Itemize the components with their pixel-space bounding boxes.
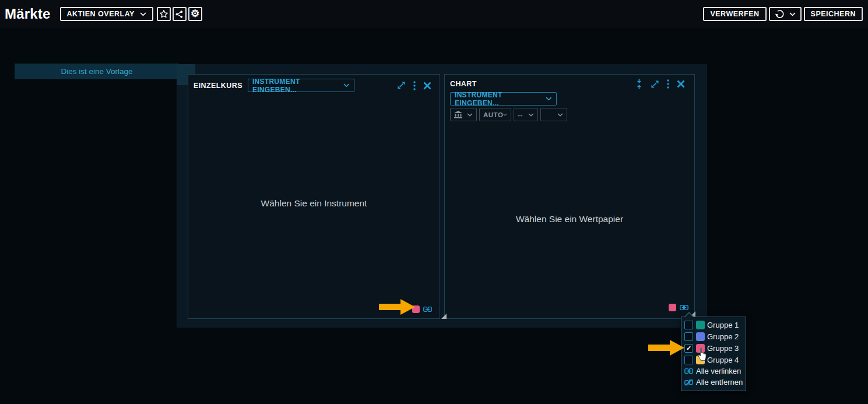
group-2-color-swatch bbox=[696, 332, 705, 341]
panel-menu-kebab-icon[interactable] bbox=[667, 79, 669, 89]
group-4-label: Gruppe 4 bbox=[707, 356, 739, 364]
group-4-color-swatch bbox=[696, 356, 705, 364]
group-2-label: Gruppe 2 bbox=[707, 332, 739, 341]
discard-button[interactable]: VERWERFEN bbox=[703, 7, 766, 21]
group-color-square bbox=[412, 305, 420, 313]
unlink-icon bbox=[684, 379, 693, 386]
group-row-1[interactable]: ✓ Gruppe 1 bbox=[681, 319, 746, 331]
einzelkurs-instrument-placeholder: INSTRUMENT EINGEBEN... bbox=[252, 78, 343, 94]
group-4-checkbox[interactable]: ✓ bbox=[684, 356, 693, 364]
einzelkurs-group-indicator[interactable] bbox=[412, 305, 432, 313]
group-3-checkbox[interactable]: ✓ bbox=[684, 344, 693, 353]
close-panel-icon[interactable] bbox=[677, 80, 685, 88]
expand-panel-icon[interactable] bbox=[651, 80, 659, 89]
group-color-square bbox=[669, 304, 676, 311]
save-button-label: SPEICHERN bbox=[811, 10, 856, 18]
close-panel-icon[interactable] bbox=[423, 82, 431, 90]
star-icon bbox=[159, 9, 168, 19]
chevron-down-icon bbox=[789, 12, 796, 16]
chart-instrument-placeholder: INSTRUMENT EINGEBEN... bbox=[455, 91, 546, 107]
template-tab[interactable]: Dies ist eine Vorlage bbox=[15, 64, 179, 79]
chart-panel-header: CHART bbox=[445, 75, 694, 91]
group-row-3[interactable]: ✓ Gruppe 3 bbox=[681, 342, 746, 354]
history-icon bbox=[775, 9, 785, 19]
chevron-down-icon bbox=[546, 97, 552, 101]
group-1-checkbox[interactable]: ✓ bbox=[684, 321, 693, 329]
chart-interval-select[interactable]: AUTO bbox=[479, 108, 511, 121]
group-link-popup: ✓ Gruppe 1 ✓ Gruppe 2 ✓ Gruppe 3 ✓ Grupp… bbox=[681, 317, 746, 391]
settings-button[interactable]: ⚙ bbox=[188, 7, 202, 21]
chevron-down-icon bbox=[343, 83, 350, 87]
group-row-2[interactable]: ✓ Gruppe 2 bbox=[681, 331, 746, 342]
panel-menu-kebab-icon[interactable] bbox=[413, 81, 416, 90]
unlink-all-action[interactable]: Alle entfernen bbox=[681, 377, 746, 388]
einzelkurs-panel: EINZELKURS INSTRUMENT EINGEBEN... Wählen… bbox=[188, 74, 440, 319]
share-icon bbox=[175, 10, 184, 19]
share-button[interactable] bbox=[173, 7, 187, 21]
collapse-panel-icon[interactable] bbox=[635, 79, 643, 89]
chart-style-select[interactable] bbox=[540, 108, 567, 121]
gear-icon: ⚙ bbox=[191, 9, 200, 19]
discard-button-label: VERWERFEN bbox=[710, 10, 759, 18]
link-group-icon[interactable] bbox=[680, 304, 688, 311]
chart-field-value: -- bbox=[518, 111, 523, 118]
link-all-action[interactable]: Alle verlinken bbox=[681, 366, 746, 377]
einzelkurs-panel-header: EINZELKURS INSTRUMENT EINGEBEN... bbox=[188, 75, 440, 94]
chevron-down-icon bbox=[467, 113, 473, 117]
chart-field-select[interactable]: -- bbox=[514, 108, 538, 121]
chart-panel-title: CHART bbox=[450, 80, 477, 88]
page-title: Märkte bbox=[5, 6, 51, 22]
layout-overlay-dropdown[interactable]: AKTIEN OVERLAY bbox=[60, 7, 153, 21]
template-tab-label: Dies ist eine Vorlage bbox=[61, 67, 132, 76]
group-2-checkbox[interactable]: ✓ bbox=[684, 332, 693, 341]
layout-overlay-label: AKTIEN OVERLAY bbox=[67, 10, 135, 18]
unlink-all-label: Alle entfernen bbox=[696, 378, 743, 387]
top-toolbar: Märkte AKTIEN OVERLAY ⚙ VERWERFEN SPEICH… bbox=[0, 0, 868, 28]
einzelkurs-empty-message: Wählen Sie ein Instrument bbox=[188, 198, 440, 209]
einzelkurs-panel-title: EINZELKURS bbox=[194, 82, 243, 90]
bank-icon bbox=[454, 111, 462, 118]
expand-panel-icon[interactable] bbox=[397, 81, 406, 90]
group-3-color-swatch bbox=[696, 344, 705, 353]
chart-interval-value: AUTO bbox=[483, 111, 503, 118]
chart-panel: CHART INSTRUMENT EINGEBEN... bbox=[444, 74, 695, 319]
einzelkurs-resize-handle[interactable] bbox=[441, 314, 447, 319]
chevron-down-icon bbox=[503, 113, 507, 117]
annotation-arrow bbox=[648, 339, 685, 359]
chart-empty-message: Wählen Sie ein Wertpapier bbox=[445, 214, 694, 224]
chevron-down-icon bbox=[528, 113, 534, 117]
group-row-4[interactable]: ✓ Gruppe 4 bbox=[681, 354, 746, 366]
group-1-label: Gruppe 1 bbox=[707, 321, 739, 329]
group-1-color-swatch bbox=[696, 321, 705, 329]
history-dropdown-button[interactable] bbox=[769, 7, 802, 21]
einzelkurs-instrument-select[interactable]: INSTRUMENT EINGEBEN... bbox=[248, 79, 354, 92]
chart-group-indicator[interactable] bbox=[669, 304, 688, 311]
chart-exchange-select[interactable] bbox=[450, 108, 477, 121]
link-group-icon[interactable] bbox=[423, 306, 432, 312]
link-all-label: Alle verlinken bbox=[696, 367, 741, 375]
favorite-button[interactable] bbox=[157, 7, 171, 21]
link-icon bbox=[684, 368, 693, 374]
chevron-down-icon bbox=[557, 113, 563, 117]
save-button[interactable]: SPEICHERN bbox=[804, 7, 863, 21]
chevron-down-icon bbox=[140, 12, 146, 16]
checkmark-icon: ✓ bbox=[686, 345, 691, 352]
group-3-label: Gruppe 3 bbox=[707, 344, 739, 353]
chart-instrument-select[interactable]: INSTRUMENT EINGEBEN... bbox=[450, 92, 557, 106]
